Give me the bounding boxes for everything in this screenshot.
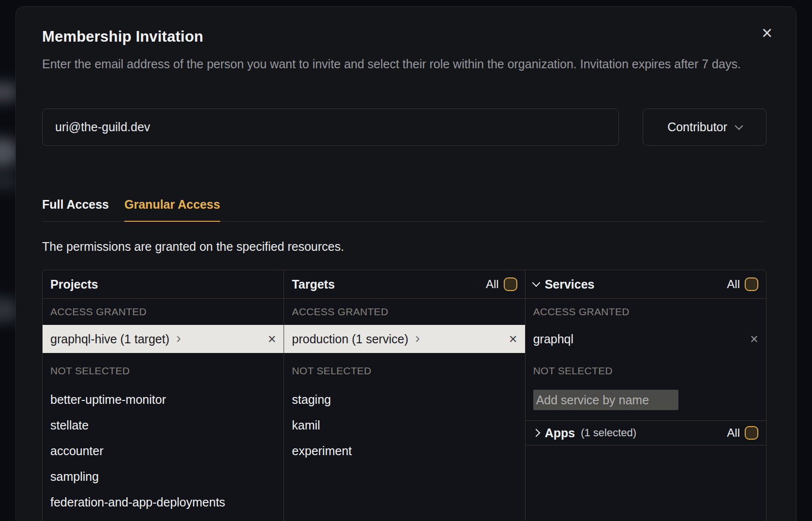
chevron-down-icon [532, 279, 540, 287]
role-select[interactable]: Contributor [643, 108, 767, 146]
chevron-down-icon [735, 122, 743, 130]
services-header-label: Services [545, 277, 595, 291]
selected-target-row[interactable]: production (1 service) › × [284, 325, 525, 353]
targets-header: Targets All [284, 270, 525, 299]
access-granted-label: ACCESS GRANTED [292, 306, 517, 318]
project-list-item[interactable]: accounter [43, 438, 284, 464]
target-list-item[interactable]: staging [284, 387, 525, 413]
apps-label: Apps [545, 426, 575, 440]
tab-granular-access[interactable]: Granular Access [124, 198, 220, 222]
selected-target-name: production (1 service) [292, 332, 408, 346]
project-list-item[interactable]: stellate [43, 413, 284, 438]
project-list-item[interactable]: federation-and-app-deployments [43, 490, 284, 515]
services-all-wrap: All [727, 277, 758, 291]
services-header[interactable]: Services All [526, 270, 766, 299]
access-granted-label: ACCESS GRANTED [50, 306, 276, 318]
targets-all-wrap: All [486, 277, 517, 291]
tab-full-access[interactable]: Full Access [42, 198, 109, 222]
email-input[interactable] [42, 108, 619, 146]
chevron-right-icon [532, 429, 540, 437]
permissions-note: The permissions are granted on the speci… [42, 239, 344, 254]
granted-service-row: graphql × [526, 325, 766, 353]
apps-selected-count: (1 selected) [581, 427, 636, 439]
apps-all-wrap: All [727, 426, 758, 440]
targets-list: staging kamil experiment [284, 387, 525, 464]
targets-all-checkbox[interactable] [504, 277, 517, 291]
services-all-label: All [727, 277, 740, 291]
apps-all-label: All [727, 426, 740, 440]
background-page-blur [0, 0, 16, 521]
targets-column: Targets All ACCESS GRANTED production (1… [284, 270, 525, 521]
apps-all-checkbox[interactable] [745, 426, 758, 440]
access-granted-label: ACCESS GRANTED [533, 306, 758, 318]
project-list-item[interactable]: better-uptime-monitor [43, 387, 284, 413]
projects-column: Projects ACCESS GRANTED graphql-hive (1 … [43, 270, 284, 521]
resource-permissions-panel: Projects ACCESS GRANTED graphql-hive (1 … [42, 270, 767, 521]
granted-service-name: graphql [533, 332, 573, 346]
access-tabs: Full Access Granular Access [42, 198, 766, 222]
projects-list: better-uptime-monitor stellate accounter… [43, 387, 284, 515]
targets-header-label: Targets [292, 277, 334, 291]
projects-header: Projects [43, 270, 284, 299]
selected-project-row[interactable]: graphql-hive (1 target) › × [43, 325, 284, 353]
modal-title: Membership Invitation [42, 28, 203, 46]
target-list-item[interactable]: kamil [284, 413, 525, 438]
modal-description: Enter the email address of the person yo… [42, 55, 768, 73]
role-select-value: Contributor [667, 120, 727, 134]
projects-header-label: Projects [50, 277, 98, 291]
services-all-checkbox[interactable] [745, 277, 758, 291]
not-selected-label: NOT SELECTED [292, 365, 517, 377]
add-service-input[interactable] [533, 390, 678, 410]
target-list-item[interactable]: experiment [284, 438, 525, 464]
close-icon[interactable]: × [757, 23, 777, 43]
project-list-item[interactable]: sampling [43, 464, 284, 490]
targets-all-label: All [486, 277, 499, 291]
services-column: Services All ACCESS GRANTED graphql × NO… [525, 270, 766, 521]
not-selected-label: NOT SELECTED [533, 365, 758, 377]
apps-section-row[interactable]: Apps (1 selected) All [526, 420, 766, 445]
not-selected-label: NOT SELECTED [50, 365, 276, 377]
membership-invitation-modal: × Membership Invitation Enter the email … [15, 6, 797, 521]
selected-project-name: graphql-hive (1 target) [50, 332, 169, 346]
